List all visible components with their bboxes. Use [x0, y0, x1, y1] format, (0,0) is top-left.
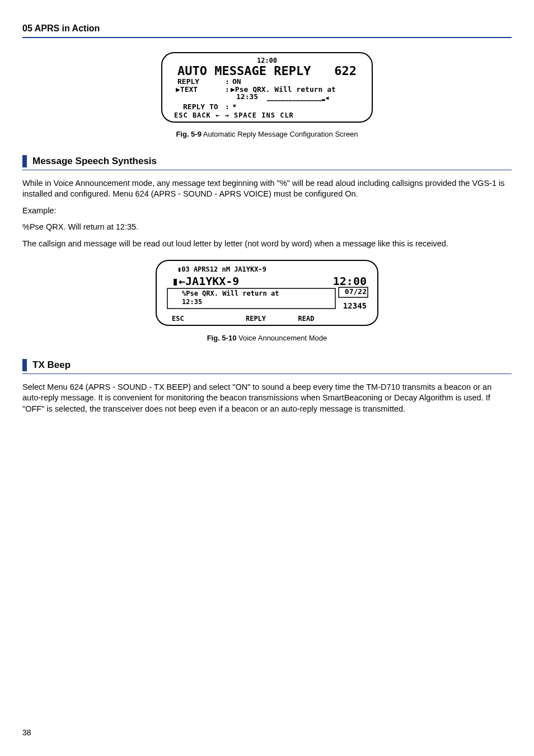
lcd-reply-key: REPLY: [246, 315, 266, 323]
figure-caption-text: Automatic Reply Message Configuration Sc…: [202, 130, 358, 138]
lcd-replyto-value: *: [232, 102, 237, 111]
section-bar-icon: [22, 155, 27, 167]
section-heading-speech: Message Speech Synthesis: [22, 155, 512, 170]
svg-text::: :: [225, 77, 229, 86]
lcd-text-cursor-trail: ▁▁▁▁▁▁▁▁▁▁▁▁▁▁▁▂◀: [266, 95, 329, 101]
lcd-read-key: READ: [298, 315, 315, 323]
lcd-clock: 12:00: [333, 274, 367, 288]
section-title: TX Beep: [32, 359, 71, 372]
lcd-menu-number: 622: [334, 64, 357, 78]
figure-5-10: ▮03 APRS12 nM JA1YKX-9 ▮←JA1YKX-9 12:00 …: [22, 259, 512, 343]
svg-text::: :: [225, 102, 229, 111]
lcd-msg-line2: 12:35: [182, 298, 202, 306]
lcd-clock: 12:00: [257, 57, 277, 64]
figure-label: Fig. 5-10: [207, 334, 237, 342]
lcd-title: AUTO MESSAGE REPLY: [177, 64, 311, 78]
lcd-replyto-label: REPLY TO: [183, 102, 218, 111]
svg-text::: :: [225, 85, 229, 94]
example-message: %Pse QRX. Will return at 12:35.: [22, 222, 512, 233]
section-title: Message Speech Synthesis: [32, 155, 157, 168]
section-bar-icon: [22, 359, 27, 371]
figure-caption-5-9: Fig. 5-9 Automatic Reply Message Configu…: [22, 129, 512, 139]
paragraph: While in Voice Announcement mode, any me…: [22, 178, 512, 200]
paragraph: The callsign and message will be read ou…: [22, 239, 512, 250]
header-rule: [22, 37, 512, 38]
lcd-reply-label: REPLY: [177, 77, 199, 86]
lcd-bottom-hints: ESC BACK ← → SPACE INS CLR: [174, 111, 294, 119]
paragraph: Select Menu 624 (APRS - SOUND - TX BEEP)…: [22, 382, 512, 415]
lcd-reply-value: ON: [232, 77, 241, 86]
lcd-msg-line1: %Pse QRX. Will return at: [182, 290, 279, 297]
lcd-esc: ESC: [172, 315, 184, 323]
lcd-callsign: ▮←JA1YKX-9: [172, 274, 239, 288]
section-heading-txbeep: TX Beep: [22, 359, 512, 374]
figure-caption-text: Voice Announcement Mode: [236, 334, 327, 342]
page-number: 38: [22, 727, 31, 738]
page: 05 APRS in Action 12:00 AUTO MESSAGE REP…: [0, 0, 534, 756]
lcd-date: 07/22: [345, 287, 367, 296]
figure-5-9: 12:00 AUTO MESSAGE REPLY 622 REPLY : ON …: [22, 52, 512, 139]
example-label: Example:: [22, 206, 512, 217]
lcd-text-label: ▶TEXT: [176, 85, 198, 94]
figure-label: Fig. 5-9: [176, 130, 202, 138]
lcd-screen-5-9: 12:00 AUTO MESSAGE REPLY 622 REPLY : ON …: [161, 52, 373, 123]
lcd-screen-5-10: ▮03 APRS12 nM JA1YKX-9 ▮←JA1YKX-9 12:00 …: [155, 259, 379, 326]
chapter-heading: 05 APRS in Action: [22, 22, 512, 37]
figure-caption-5-10: Fig. 5-10 Voice Announcement Mode: [22, 333, 512, 343]
lcd-seq: 12345: [343, 301, 367, 310]
lcd-top-status: ▮03 APRS12 nM JA1YKX-9: [177, 265, 266, 273]
lcd-text-value-line2: 12:35: [236, 92, 258, 101]
